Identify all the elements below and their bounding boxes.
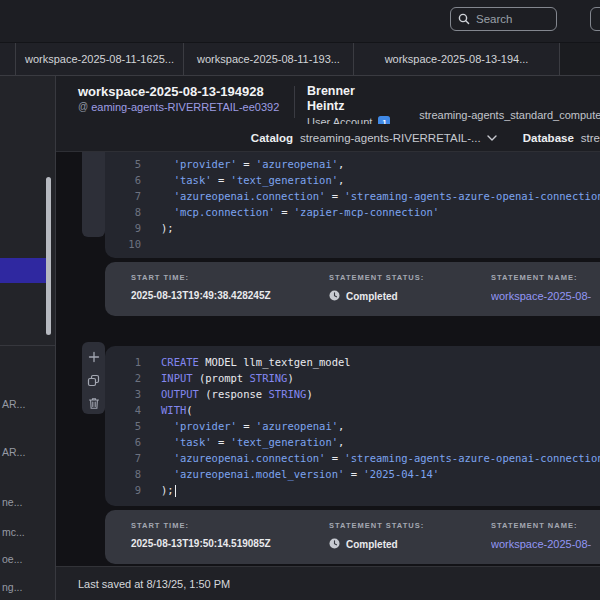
code-text: OUTPUT (response STRING) [161,386,313,402]
search-box[interactable] [450,7,557,31]
code-editor[interactable]: 5 'provider' = 'azureopenai',6 'task' = … [105,152,600,258]
code-editor[interactable]: 1CREATE MODEL llm_textgen_model2INPUT (p… [105,346,600,506]
code-token: 'provider' [174,158,237,170]
code-token: ); [161,222,174,234]
start-time-label: START TIME: [131,521,329,530]
add-icon[interactable] [87,350,101,364]
code-token: , [338,436,344,448]
header-divider [294,86,295,118]
context-bar: Catalog streaming-agents-RIVERRETAIL-...… [56,124,600,152]
database-value[interactable]: stre [581,132,600,144]
app-window: workspace-2025-08-11-1625... workspace-2… [0,0,600,600]
code-token: 'provider' [174,420,237,432]
code-text: WITH( [161,402,193,418]
code-line: 1CREATE MODEL llm_textgen_model [125,354,600,370]
sidebar-item[interactable]: ng... [2,581,22,595]
line-number: 9 [125,220,141,236]
sidebar-scrollbar[interactable] [46,177,51,335]
tab-workspace-3[interactable]: workspace-2025-08-13-194... [354,43,560,75]
cell-body: 5 'provider' = 'azureopenai',6 'task' = … [105,152,600,316]
code-token: 'text_generation' [231,174,338,186]
tab-workspace-1[interactable]: workspace-2025-08-11-1625... [16,43,184,75]
code-text: 'azureopenai.connection' = 'streaming-ag… [161,450,600,466]
statement-name-column: STATEMENT NAME:workspace-2025-08- [491,273,600,316]
code-token: STRING [268,388,306,400]
sql-cell: 1CREATE MODEL llm_textgen_model2INPUT (p… [82,342,600,564]
sidebar: AR...AR...ne...mc...oe...ng... [0,76,56,600]
statement-name-link[interactable]: workspace-2025-08- [491,538,600,550]
sidebar-item[interactable]: AR... [2,446,25,460]
main-panel: workspace-2025-08-13-194928 @ eaming-age… [56,76,600,600]
line-number: 1 [125,354,141,370]
catalog-label: Catalog [251,132,293,144]
search-input[interactable] [476,13,546,25]
sidebar-item[interactable]: AR... [2,398,25,412]
code-line: 8 'mcp.connection' = 'zapier-mcp-connect… [125,204,600,220]
line-number: 5 [125,156,141,172]
content-area: AR...AR...ne...mc...oe...ng... workspace… [0,76,600,600]
last-saved-text: Last saved at 8/13/25, 1:50 PM [78,578,230,590]
code-token: (response [199,388,269,400]
line-number: 10 [125,236,141,252]
clock-icon [329,538,340,551]
code-text: INPUT (prompt STRING) [161,370,294,386]
user-block: Brenner Heintz User Account 1 [307,84,395,124]
statement-name-link[interactable]: workspace-2025-08- [491,290,600,302]
code-token: = [344,468,363,480]
status-bar: Last saved at 8/13/25, 1:50 PM [56,566,600,600]
tab-sliver[interactable] [0,43,16,75]
sidebar-item[interactable]: ne... [2,496,22,510]
topbar-edge-control[interactable] [590,7,600,31]
tab-workspace-2[interactable]: workspace-2025-08-11-193... [184,43,354,75]
cell-toolbar [82,342,105,414]
code-line: 2INPUT (prompt STRING) [125,370,600,386]
code-token: MODEL llm_textgen_model [199,356,351,368]
code-line: 7 'azureopenai.connection' = 'streaming-… [125,188,600,204]
statement-status-column: STATEMENT STATUS:Completed [329,273,491,316]
sidebar-selected-item[interactable] [0,258,50,283]
code-token: CREATE [161,356,199,368]
status-text: Completed [346,539,398,550]
environment-row[interactable]: @ eaming-agents-RIVERRETAIL-ee0392 [78,101,294,113]
statement-status-value: Completed [329,290,491,303]
line-number: 6 [125,434,141,450]
code-token: = [212,174,231,186]
search-icon [458,13,470,25]
code-line: 6 'task' = 'text_generation', [125,434,600,450]
code-token: ) [306,388,312,400]
code-line: 3OUTPUT (response STRING) [125,386,600,402]
code-token: 'azureopenai.connection' [174,190,326,202]
code-token [161,420,174,432]
sidebar-item[interactable]: mc... [2,526,25,540]
line-number: 4 [125,402,141,418]
clock-icon [329,290,340,303]
statement-result-footer: START TIME:2025-08-13T19:50:14.519085ZST… [105,510,600,564]
code-line: 5 'provider' = 'azureopenai', [125,418,600,434]
code-text: ); [161,482,176,498]
code-token: 'azureopenai.model_version' [174,468,345,480]
sidebar-item[interactable]: oe... [2,553,22,567]
database-label: Database [523,132,574,144]
workspace-header: workspace-2025-08-13-194928 @ eaming-age… [56,76,600,124]
line-number: 7 [125,450,141,466]
copy-icon[interactable] [87,373,101,387]
statement-status-value: Completed [329,538,491,551]
status-text: Completed [346,291,398,302]
cell-gap [82,316,600,342]
line-number: 9 [125,482,141,498]
code-line: 7 'azureopenai.connection' = 'streaming-… [125,450,600,466]
code-line: 9); [125,482,600,498]
trash-icon[interactable] [87,396,101,410]
code-line: 10 [125,236,600,252]
code-token: , [338,158,344,170]
statement-name-column: STATEMENT NAME:workspace-2025-08- [491,521,600,564]
topbar [0,0,600,42]
line-number: 2 [125,370,141,386]
code-token: 'streaming-agents-azure-openai-connectio… [344,452,600,464]
text-cursor [175,485,177,497]
code-token: ( [186,404,192,416]
start-time-column: START TIME:2025-08-13T19:50:14.519085Z [131,521,329,564]
code-token [161,158,174,170]
environment-link[interactable]: eaming-agents-RIVERRETAIL-ee0392 [91,101,279,113]
catalog-selector[interactable]: streaming-agents-RIVERRETAIL-... [293,132,497,144]
